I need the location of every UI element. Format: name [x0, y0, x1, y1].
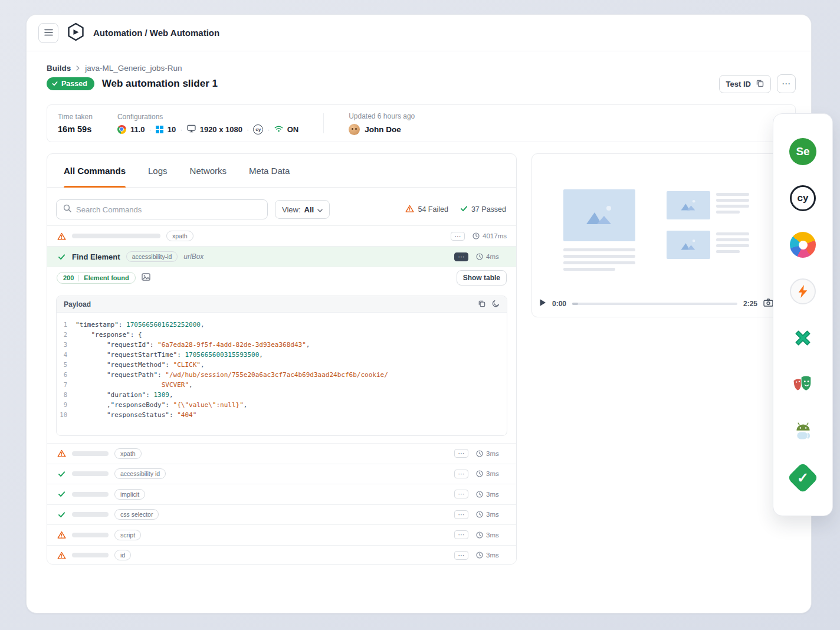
placeholder-line	[563, 248, 635, 251]
color-wheel-icon[interactable]	[790, 232, 816, 258]
line-number: 8	[57, 390, 76, 400]
hamburger-menu-button[interactable]	[38, 23, 58, 43]
framework-item-android-java[interactable]	[788, 416, 818, 446]
duration: 3ms	[476, 511, 507, 518]
locator-type-tag: css selector	[114, 509, 159, 520]
command-row-selected[interactable]: Find Element accessibility-id urlBox ⋯ 4…	[47, 246, 516, 267]
placeholder-line	[716, 193, 749, 196]
framework-item-playwright-masks[interactable]	[788, 370, 818, 399]
row-actions-button[interactable]: ⋯	[454, 252, 468, 261]
command-skeleton	[72, 553, 109, 557]
locator-type-tag: implicit	[114, 489, 145, 500]
resolution-value: 1920 x 1080	[200, 125, 242, 134]
android-java-icon[interactable]	[792, 421, 814, 442]
tab-all-commands[interactable]: All Commands	[64, 154, 126, 187]
row-actions-button[interactable]: ⋯	[454, 510, 468, 519]
placeholder-line	[716, 244, 749, 247]
updated-block: Updated 6 hours ago John Doe	[349, 112, 415, 135]
mock-image-small	[667, 231, 710, 259]
show-table-button[interactable]: Show table	[457, 270, 507, 286]
command-row[interactable]: css selector⋯3ms	[47, 504, 516, 525]
row-actions-button[interactable]: ⋯	[454, 470, 468, 478]
row-actions-button[interactable]: ⋯	[454, 551, 468, 560]
duration: 3ms	[476, 552, 507, 559]
framework-item-cypress[interactable]: cy	[788, 183, 818, 213]
command-row[interactable]: xpath ⋯ 4017ms	[47, 225, 516, 246]
green-cross-icon[interactable]	[792, 327, 813, 349]
line-number: 9	[57, 400, 76, 410]
time-taken-block: Time taken 16m 59s	[58, 113, 93, 134]
play-button[interactable]	[539, 298, 546, 309]
app-header: Automation / Web Automation	[27, 15, 811, 51]
command-row[interactable]: id⋯3ms	[47, 545, 516, 565]
selenium-icon[interactable]: Se	[789, 138, 816, 165]
payload-code-line: 7 SVCVER",	[57, 380, 507, 390]
screenshot-camera-icon[interactable]	[763, 298, 773, 309]
lightning-icon[interactable]	[790, 278, 816, 304]
dark-mode-moon-icon[interactable]	[492, 300, 500, 309]
warning-icon	[57, 552, 66, 559]
screenshot-icon[interactable]	[142, 273, 150, 283]
view-filter-dropdown[interactable]: View: All	[275, 200, 330, 219]
command-skeleton	[72, 451, 109, 456]
check-icon	[57, 254, 66, 260]
payload-title: Payload	[64, 300, 91, 309]
framework-item-lightning[interactable]	[788, 277, 818, 306]
test-id-button[interactable]: Test ID	[719, 75, 771, 93]
command-skeleton	[72, 512, 109, 517]
dot-separator: ·	[267, 125, 270, 134]
payload-code-line: 3 "requestId": "6a7eda28-9f5f-4add-82de-…	[57, 340, 507, 350]
row-actions-button[interactable]: ⋯	[451, 232, 465, 241]
dot-separator: ·	[149, 125, 152, 134]
placeholder-line	[563, 261, 635, 264]
response-code: 200	[63, 274, 74, 281]
playwright-masks-icon[interactable]	[792, 373, 814, 396]
row-actions-button[interactable]: ⋯	[454, 490, 468, 498]
total-time: 2:25	[743, 300, 757, 308]
tab-logs[interactable]: Logs	[148, 154, 168, 187]
video-player-controls: 0:00 2:25	[539, 297, 788, 311]
dot-separator: ·	[180, 125, 182, 134]
framework-item-selenium[interactable]: Se	[788, 137, 818, 166]
placeholder-line	[716, 199, 749, 202]
check-icon	[57, 471, 66, 477]
test-title-row: Passed Web automation slider 1 Test ID ⋯	[47, 74, 796, 94]
test-summary-bar: Time taken 16m 59s Configurations 11.0 ·…	[47, 104, 796, 142]
locator-type-tag: xpath	[114, 448, 142, 459]
line-number: 3	[57, 340, 76, 350]
command-row[interactable]: implicit⋯3ms	[47, 484, 516, 504]
copy-payload-icon[interactable]	[478, 300, 485, 309]
line-number: 6	[57, 370, 76, 380]
command-row[interactable]: xpath⋯3ms	[47, 443, 516, 464]
locator-type-tag: script	[114, 530, 141, 540]
placeholder-line	[563, 255, 635, 258]
row-actions-button[interactable]: ⋯	[454, 530, 468, 539]
framework-item-color-wheel[interactable]	[788, 230, 818, 260]
command-row[interactable]: accessibility id⋯3ms	[47, 464, 516, 484]
search-input[interactable]	[76, 205, 261, 214]
seek-bar[interactable]	[572, 303, 737, 305]
breadcrumb-current: java-ML_Generic_jobs-Run	[85, 64, 182, 73]
failed-count: 54 Failed	[405, 205, 448, 214]
framework-item-check-diamond[interactable]: ✓	[788, 463, 818, 493]
tab-meta-data[interactable]: Meta Data	[249, 154, 290, 187]
passed-count: 37 Passed	[460, 205, 506, 214]
check-icon	[57, 491, 66, 497]
breadcrumb: Builds java-ML_Generic_jobs-Run	[47, 62, 182, 74]
page-background: Automation / Web Automation Builds java-…	[0, 0, 840, 630]
breadcrumb-builds-link[interactable]: Builds	[47, 64, 71, 73]
tab-networks[interactable]: Networks	[190, 154, 227, 187]
mock-image-small	[667, 191, 710, 219]
cypress-icon[interactable]: cy	[790, 185, 816, 211]
os-version: 10	[168, 125, 176, 134]
check-diamond-icon[interactable]: ✓	[787, 462, 819, 494]
command-skeleton	[72, 533, 109, 537]
warning-icon	[57, 449, 66, 457]
line-number: 1	[57, 320, 76, 330]
command-row[interactable]: script⋯3ms	[47, 524, 516, 545]
row-actions-button[interactable]: ⋯	[454, 449, 468, 458]
more-actions-button[interactable]: ⋯	[777, 74, 796, 93]
duration: 4ms	[476, 253, 507, 260]
payload-code-line: 2 "response": {	[57, 330, 507, 340]
framework-item-green-cross[interactable]	[788, 323, 818, 353]
